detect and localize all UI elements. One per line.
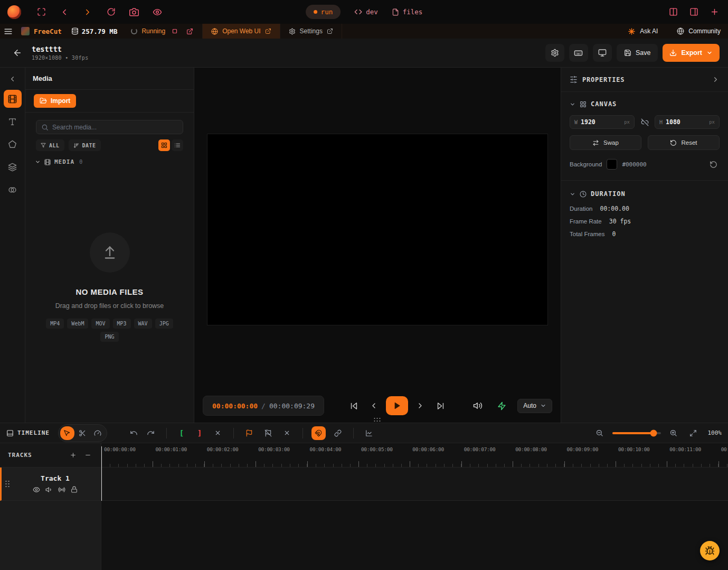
settings-gear-button[interactable] <box>545 44 564 62</box>
debug-bug-button[interactable] <box>700 541 720 560</box>
clear-markers-button[interactable] <box>280 426 294 440</box>
collapse-properties-icon[interactable] <box>712 76 720 83</box>
list-view-icon[interactable] <box>172 139 183 151</box>
add-marker-button[interactable] <box>242 426 256 440</box>
eye-icon[interactable] <box>151 6 164 18</box>
mark-out-button[interactable]: ] <box>193 426 206 440</box>
skip-start-button[interactable] <box>346 398 362 414</box>
next-frame-button[interactable] <box>412 398 428 414</box>
zoom-out-icon[interactable] <box>593 426 607 440</box>
new-tab-icon[interactable] <box>708 6 721 18</box>
playhead[interactable] <box>101 446 102 501</box>
sidebar-toggle-icon[interactable] <box>687 6 700 18</box>
keyboard-shortcuts-button[interactable] <box>569 44 588 62</box>
track-lock-icon[interactable] <box>70 485 78 493</box>
canvas-actions: Swap Reset <box>570 135 720 150</box>
filter-date-button[interactable]: DATE <box>69 139 101 151</box>
rail-media-button[interactable] <box>4 90 22 108</box>
open-external-icon[interactable] <box>184 26 195 36</box>
performance-zap-icon[interactable] <box>494 398 509 414</box>
display-settings-button[interactable] <box>593 44 612 62</box>
zoom-slider[interactable] <box>612 432 661 434</box>
track-header[interactable]: Track 1 <box>0 468 101 501</box>
quality-select[interactable]: Auto <box>517 399 552 413</box>
width-field[interactable]: W 1920 px <box>570 115 635 129</box>
select-tool-button[interactable] <box>60 426 74 440</box>
divider <box>166 428 167 438</box>
reset-background-icon[interactable] <box>707 158 720 171</box>
clear-marks-button[interactable] <box>211 426 225 440</box>
timeline-empty-area[interactable] <box>101 501 728 570</box>
link-clips-button[interactable] <box>331 426 345 440</box>
stop-icon[interactable] <box>169 26 180 36</box>
rail-layers-button[interactable] <box>4 158 22 176</box>
tab-settings[interactable]: Settings <box>280 24 342 39</box>
browser-topbar: run dev files <box>0 0 728 24</box>
terminal-logo-icon[interactable] <box>7 5 21 19</box>
zoom-slider-knob[interactable] <box>650 429 657 436</box>
reset-button[interactable]: Reset <box>648 135 720 150</box>
split-view-icon[interactable] <box>667 6 679 18</box>
panel-resize-handle[interactable] <box>374 418 381 422</box>
rail-transitions-button[interactable] <box>4 181 22 199</box>
collapse-panel-icon[interactable] <box>0 68 25 90</box>
ask-ai-button[interactable]: Ask AI <box>620 24 665 39</box>
redo-button[interactable] <box>144 426 158 440</box>
unlink-icon[interactable] <box>639 116 650 128</box>
track-mute-icon[interactable] <box>45 485 53 493</box>
volume-icon[interactable] <box>470 398 486 414</box>
fullscreen-icon[interactable] <box>35 6 48 18</box>
mark-in-button[interactable]: [ <box>175 426 188 440</box>
dev-button[interactable]: dev <box>354 8 378 16</box>
files-button[interactable]: files <box>392 8 423 16</box>
media-panel-title: Media <box>25 68 194 90</box>
reload-icon[interactable] <box>105 6 117 18</box>
track-lane[interactable] <box>101 468 728 501</box>
menu-icon[interactable] <box>0 24 16 39</box>
fit-timeline-icon[interactable] <box>686 426 700 440</box>
undo-button[interactable] <box>127 426 141 440</box>
save-button[interactable]: Save <box>617 44 658 62</box>
track-solo-icon[interactable] <box>58 485 65 493</box>
filter-all-button[interactable]: ALL <box>36 139 64 151</box>
skip-end-button[interactable] <box>432 398 448 414</box>
track-visibility-icon[interactable] <box>32 485 40 493</box>
import-label: Import <box>51 97 70 105</box>
community-button[interactable]: Community <box>669 24 728 39</box>
duration-section-header[interactable]: DURATION <box>570 190 720 198</box>
swap-button[interactable]: Swap <box>570 135 641 150</box>
tab-open-web-ui[interactable]: Open Web UI <box>203 24 279 39</box>
import-row: Import <box>25 90 194 113</box>
remove-track-button[interactable] <box>82 450 93 461</box>
rail-shapes-button[interactable] <box>4 135 22 153</box>
drag-handle-icon[interactable] <box>5 481 10 488</box>
height-unit: px <box>709 119 715 125</box>
add-track-button[interactable] <box>68 450 78 461</box>
zoom-in-icon[interactable] <box>667 426 680 440</box>
video-canvas[interactable] <box>207 134 548 325</box>
search-input[interactable] <box>52 124 178 131</box>
timeline-ruler[interactable]: 00:00:00:0000:00:01:0000:00:02:0000:00:0… <box>101 443 728 468</box>
cut-tool-button[interactable] <box>75 426 90 440</box>
camera-icon[interactable] <box>128 6 140 18</box>
height-field[interactable]: H 1080 px <box>655 115 720 129</box>
snap-magnet-button[interactable] <box>311 426 326 440</box>
rail-text-button[interactable] <box>4 113 22 130</box>
export-button[interactable]: Export <box>663 44 720 62</box>
back-button[interactable] <box>8 44 26 62</box>
nav-forward-icon[interactable] <box>81 6 94 18</box>
remove-marker-button[interactable] <box>261 426 275 440</box>
prev-frame-button[interactable] <box>366 398 382 414</box>
timeline-title: TIMELINE <box>17 429 50 436</box>
grid-view-icon[interactable] <box>158 139 170 151</box>
nav-back-icon[interactable] <box>58 6 71 18</box>
run-button[interactable]: run <box>306 5 341 19</box>
background-color-swatch[interactable] <box>607 159 617 170</box>
play-button[interactable] <box>386 396 408 415</box>
canvas-section-header[interactable]: CANVAS <box>570 100 720 108</box>
import-button[interactable]: Import <box>34 94 76 108</box>
speed-tool-button[interactable] <box>91 426 105 440</box>
save-label: Save <box>636 49 651 57</box>
waveform-toggle-button[interactable] <box>362 426 376 440</box>
media-empty-state[interactable]: NO MEDIA FILES Drag and drop files or cl… <box>25 152 194 423</box>
